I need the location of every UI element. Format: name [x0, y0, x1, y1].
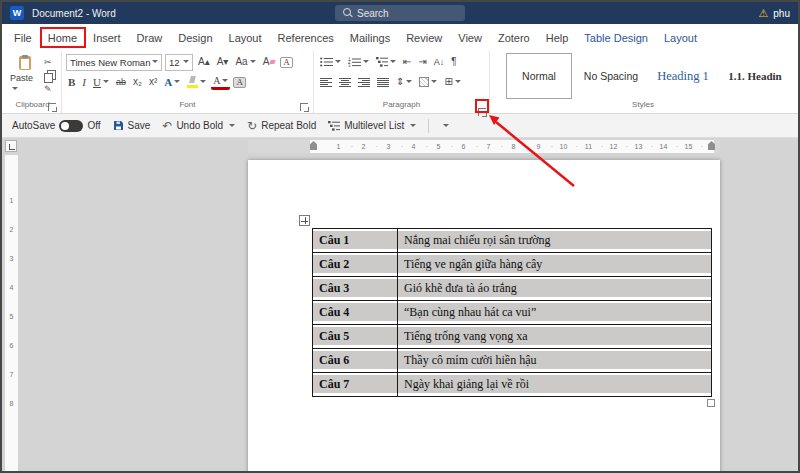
warning-icon[interactable]: ⚠ — [758, 7, 768, 20]
ribbon-tab[interactable]: Table Design — [576, 28, 656, 48]
table-cell-label[interactable]: Câu 7 — [313, 373, 398, 397]
font-color-button[interactable]: A — [211, 74, 230, 90]
tab-stop-selector[interactable] — [5, 140, 17, 152]
bullet-list-icon — [320, 57, 333, 67]
ribbon-tab[interactable]: Layout — [656, 28, 705, 48]
table-cell-text[interactable]: Ngày khai giảng lại về rồi — [398, 373, 712, 397]
format-painter-button[interactable]: ✎ — [44, 84, 55, 94]
bullets-button[interactable] — [318, 56, 343, 68]
ruler-number: 2 — [5, 226, 18, 255]
subscript-button[interactable]: x₂ — [131, 76, 144, 88]
repeat-button[interactable]: ↻ Repeat Bold — [247, 120, 316, 132]
font-group-label: Font — [179, 100, 195, 109]
document-page[interactable]: Câu 1 Nắng mai chiếu rọi sân trường Câu … — [248, 160, 720, 471]
ribbon-tab[interactable]: Zotero — [490, 28, 538, 48]
paste-label: Paste — [10, 73, 33, 83]
character-border-button[interactable]: A — [280, 57, 293, 68]
autosave-toggle[interactable]: AutoSave Off — [12, 120, 101, 132]
ribbon-tab[interactable]: File — [6, 28, 40, 48]
italic-button[interactable]: I — [80, 76, 88, 89]
table-cell-text[interactable]: Tiếng trống vang vọng xa — [398, 325, 712, 349]
ribbon-tab[interactable]: Draw — [129, 28, 171, 48]
ribbon-tab[interactable]: Layout — [221, 28, 270, 48]
ribbon-tab[interactable]: Home — [40, 28, 85, 48]
ribbon-tab[interactable]: References — [270, 28, 342, 48]
table-cell-label[interactable]: Câu 2 — [313, 253, 398, 277]
font-name-combo[interactable]: Times New Roman — [66, 54, 162, 71]
decrease-indent-button[interactable]: ⇤ — [401, 56, 413, 68]
document-table: Câu 1 Nắng mai chiếu rọi sân trường Câu … — [312, 228, 712, 397]
superscript-button[interactable]: x² — [147, 76, 159, 88]
titlebar: W Document2 - Word Search ⚠ phu — [2, 2, 798, 24]
style-card-name: 1.1. Headin — [728, 70, 781, 82]
table-cell-text[interactable]: Thầy cô mỉm cười hiền hậu — [398, 349, 712, 373]
qat-overflow-button[interactable] — [443, 124, 449, 130]
table-cell-label[interactable]: Câu 6 — [313, 349, 398, 373]
numbering-button[interactable]: 123 — [346, 56, 371, 68]
shading-button[interactable] — [417, 76, 439, 88]
table-cell-text[interactable]: Tiếng ve ngân giữa hàng cây — [398, 253, 712, 277]
document-table-container: Câu 1 Nắng mai chiếu rọi sân trường Câu … — [312, 228, 712, 397]
word-app-icon: W — [10, 6, 24, 20]
styles-group: Normal No Spacing Heading 1 1.1. Headin — [490, 50, 796, 113]
undo-button[interactable]: ↶ Undo Bold — [162, 120, 235, 132]
ribbon-tab[interactable]: Design — [170, 28, 220, 48]
clipboard-dialog-launcher-icon[interactable] — [48, 103, 56, 111]
search-box[interactable]: Search — [335, 5, 465, 21]
table-cell-text[interactable]: “Bạn cùng nhau hát ca vui” — [398, 301, 712, 325]
ribbon-tab[interactable]: View — [450, 28, 490, 48]
style-card[interactable]: No Spacing — [578, 53, 644, 99]
copy-button[interactable] — [44, 70, 55, 81]
horizontal-ruler[interactable]: 1 2 3 4 5 6 7 8 9 10 11 12 — [248, 140, 720, 153]
style-card-name: Heading 1 — [657, 69, 709, 84]
line-spacing-button[interactable]: ⇕ — [394, 76, 414, 88]
text-effects-button[interactable]: A — [162, 76, 182, 89]
sort-button[interactable]: A↓ — [432, 57, 447, 68]
shrink-font-button[interactable]: A▾ — [215, 56, 231, 68]
font-dialog-launcher-icon[interactable] — [300, 103, 308, 111]
chevron-down-icon — [229, 124, 235, 130]
table-cell-label[interactable]: Câu 5 — [313, 325, 398, 349]
style-card[interactable]: Normal — [506, 53, 572, 99]
style-card[interactable]: 1.1. Headin — [722, 53, 788, 99]
font-size-combo[interactable]: 12 — [165, 54, 193, 71]
show-paragraph-marks-button[interactable]: ¶ — [449, 56, 458, 68]
save-button[interactable]: Save — [113, 120, 151, 131]
style-card[interactable]: Heading 1 — [650, 53, 716, 99]
borders-button[interactable]: ⊞ — [442, 76, 462, 88]
table-cell-label[interactable]: Câu 1 — [313, 229, 398, 253]
clear-formatting-button[interactable]: A — [261, 56, 278, 68]
table-cell-label[interactable]: Câu 4 — [313, 301, 398, 325]
cut-button[interactable]: ✂ — [44, 57, 55, 67]
grow-font-button[interactable]: A▴ — [196, 56, 212, 68]
character-shading-button[interactable]: A — [233, 77, 246, 88]
search-icon — [343, 8, 352, 18]
vertical-ruler[interactable]: 1 2 3 4 5 6 7 8 — [5, 155, 18, 471]
align-center-button[interactable] — [337, 77, 353, 88]
table-cell-label[interactable]: Câu 3 — [313, 277, 398, 301]
ribbon-tab[interactable]: Insert — [85, 28, 129, 48]
table-cell-text[interactable]: Nắng mai chiếu rọi sân trường — [398, 229, 712, 253]
justify-button[interactable] — [375, 77, 391, 88]
ribbon-tab[interactable]: Help — [538, 28, 577, 48]
increase-indent-button[interactable]: ⇥ — [416, 56, 428, 68]
align-right-button[interactable] — [356, 77, 372, 88]
bold-button[interactable]: B — [66, 76, 77, 89]
multilevel-list-button[interactable] — [374, 56, 398, 68]
align-left-button[interactable] — [318, 77, 334, 88]
paste-button[interactable]: Paste — [10, 54, 40, 100]
table-move-handle-icon[interactable] — [299, 215, 310, 226]
change-case-button[interactable]: Aa — [233, 56, 257, 68]
text-highlight-button[interactable] — [185, 75, 208, 89]
account-name[interactable]: phu — [773, 8, 790, 19]
table-cell-text[interactable]: Gió khẽ đưa tà áo trắng — [398, 277, 712, 301]
ribbon-tab[interactable]: Review — [398, 28, 450, 48]
ribbon-tab[interactable]: Mailings — [342, 28, 398, 48]
qat-multilevel-list-button[interactable]: Multilevel List — [328, 120, 416, 131]
paragraph-dialog-launcher-icon[interactable] — [478, 108, 486, 116]
underline-button[interactable]: U — [91, 76, 111, 89]
chevron-down-icon — [12, 87, 18, 93]
table-resize-handle[interactable] — [707, 399, 715, 407]
ruler-number: 15 — [676, 140, 701, 153]
strikethrough-button[interactable]: ab — [114, 77, 128, 88]
